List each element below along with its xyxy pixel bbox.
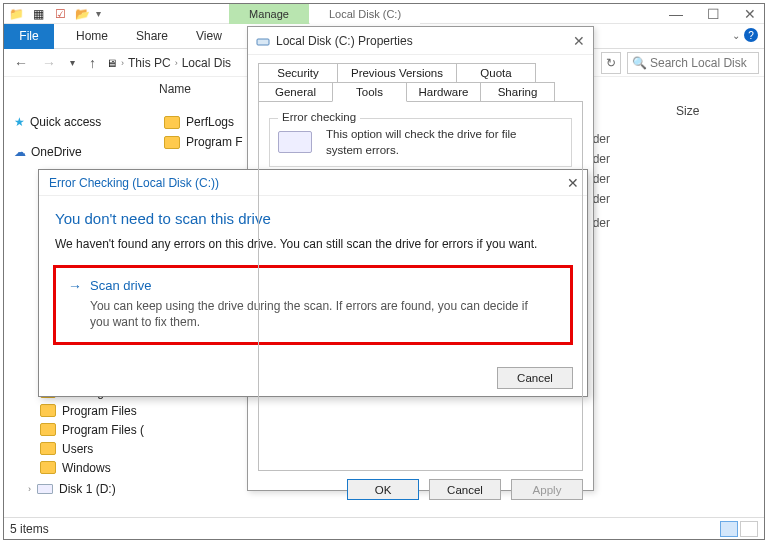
folder-icon (40, 442, 56, 455)
list-item-label: PerfLogs (186, 115, 234, 129)
tree-label: Windows (62, 461, 111, 475)
ok-button[interactable]: OK (347, 479, 419, 500)
search-input[interactable]: 🔍 Search Local Disk (627, 52, 759, 74)
tree-item[interactable]: Program Files ( (40, 420, 144, 439)
ribbon-right: ⌄ ? (732, 28, 758, 42)
properties-tabs: Security Previous Versions Quota General… (258, 63, 583, 102)
file-list: PerfLogs Program F (164, 112, 243, 152)
properties-buttons: OK Cancel Apply (248, 479, 593, 508)
tab-tools[interactable]: Tools (332, 82, 407, 102)
nav-pane-lower: PerfLogs Program Files Program Files ( U… (40, 382, 144, 499)
svg-rect-0 (257, 39, 269, 45)
tab-hardware[interactable]: Hardware (406, 82, 481, 102)
address-bar[interactable]: 🖥 › This PC › Local Dis (106, 56, 231, 70)
apply-button: Apply (511, 479, 583, 500)
tree-label: OneDrive (31, 145, 82, 159)
qat-overflow-icon[interactable]: ▾ (96, 8, 101, 19)
pc-icon: 🖥 (106, 57, 117, 69)
tab-general[interactable]: General (258, 82, 333, 102)
tree-label: Disk 1 (D:) (59, 482, 116, 496)
tree-item[interactable]: Users (40, 439, 144, 458)
window-title: Local Disk (C:) (310, 4, 420, 24)
tree-item[interactable]: Program Files (40, 401, 144, 420)
details-view-button[interactable] (720, 521, 738, 537)
close-icon[interactable]: ✕ (573, 33, 585, 49)
recent-locations-icon[interactable]: ▾ (66, 57, 79, 68)
tab-security[interactable]: Security (258, 63, 338, 82)
explorer-window: 📁 ▦ ☑ 📂 ▾ Manage Local Disk (C:) — ☐ ✕ F… (3, 3, 765, 540)
tree-item-disk[interactable]: ›Disk 1 (D:) (28, 479, 144, 499)
tree-label: Users (62, 442, 93, 456)
drive-icon (256, 34, 270, 48)
cancel-button[interactable]: Cancel (429, 479, 501, 500)
error-checking-title: Error Checking (Local Disk (C:)) (49, 176, 219, 190)
list-item[interactable]: Program F (164, 132, 243, 152)
forward-button[interactable]: → (38, 55, 60, 71)
star-icon: ★ (14, 115, 25, 129)
column-size[interactable]: Size (676, 104, 699, 118)
large-icons-view-button[interactable] (740, 521, 758, 537)
tab-previous-versions[interactable]: Previous Versions (337, 63, 457, 82)
properties-body: Error checking This option will check th… (258, 101, 583, 471)
onedrive[interactable]: ☁OneDrive (14, 142, 144, 162)
maximize-button[interactable]: ☐ (707, 6, 720, 22)
ribbon-expand-icon[interactable]: ⌄ (732, 30, 740, 41)
status-bar: 5 items (4, 517, 764, 539)
search-placeholder: Search Local Disk (650, 56, 747, 70)
nav-pane: ★Quick access ☁OneDrive (14, 112, 144, 162)
file-tab[interactable]: File (4, 24, 54, 49)
ribbon-tab-home[interactable]: Home (62, 29, 122, 43)
folder-icon (164, 116, 180, 129)
up-button[interactable]: ↑ (85, 55, 100, 71)
arrow-right-icon: → (68, 278, 82, 294)
ribbon-tab-share[interactable]: Share (122, 29, 182, 43)
close-button[interactable]: ✕ (744, 6, 756, 22)
error-checking-group: Error checking This option will check th… (269, 118, 572, 167)
properties-titlebar[interactable]: Local Disk (C:) Properties ✕ (248, 27, 593, 55)
search-icon: 🔍 (632, 56, 647, 70)
folder-icon (164, 136, 180, 149)
breadcrumb-segment[interactable]: This PC (128, 56, 171, 70)
drive-check-icon (278, 131, 312, 153)
check-icon[interactable]: ☑ (52, 6, 68, 22)
properties-dialog: Local Disk (C:) Properties ✕ Security Pr… (247, 26, 594, 491)
group-title: Error checking (278, 111, 360, 123)
quick-access[interactable]: ★Quick access (14, 112, 144, 132)
properties-title: Local Disk (C:) Properties (276, 34, 413, 48)
scan-drive-title: Scan drive (90, 278, 151, 294)
explorer-app-icon: 📁 (8, 6, 24, 22)
folder-icon (40, 404, 56, 417)
help-icon[interactable]: ? (744, 28, 758, 42)
window-controls: — ☐ ✕ (669, 6, 756, 22)
cloud-icon: ☁ (14, 145, 26, 159)
back-button[interactable]: ← (10, 55, 32, 71)
column-headers: Name (159, 82, 191, 96)
tab-quota[interactable]: Quota (456, 63, 536, 82)
breadcrumb-caret-icon[interactable]: › (175, 58, 178, 68)
minimize-button[interactable]: — (669, 6, 683, 22)
ribbon-tab-view[interactable]: View (182, 29, 236, 43)
chevron-right-icon[interactable]: › (28, 484, 31, 494)
tree-item[interactable]: Windows (40, 458, 144, 477)
list-item-label: Program F (186, 135, 243, 149)
tree-label: Program Files ( (62, 423, 144, 437)
group-description: This option will check the drive for fil… (326, 127, 526, 158)
column-name[interactable]: Name (159, 82, 191, 96)
folder-icon (40, 423, 56, 436)
breadcrumb-caret-icon[interactable]: › (121, 58, 124, 68)
contextual-tab-manage[interactable]: Manage (229, 4, 309, 24)
refresh-button[interactable]: ↻ (601, 52, 621, 74)
status-item-count: 5 items (10, 522, 49, 536)
tree-label: Quick access (30, 115, 101, 129)
breadcrumb-segment[interactable]: Local Dis (182, 56, 231, 70)
disk-icon (37, 484, 53, 494)
folder-icon (40, 461, 56, 474)
list-item[interactable]: PerfLogs (164, 112, 243, 132)
new-folder-icon[interactable]: 📂 (74, 6, 90, 22)
properties-icon[interactable]: ▦ (30, 6, 46, 22)
tab-sharing[interactable]: Sharing (480, 82, 555, 102)
view-toggle (720, 521, 758, 537)
tree-label: Program Files (62, 404, 137, 418)
